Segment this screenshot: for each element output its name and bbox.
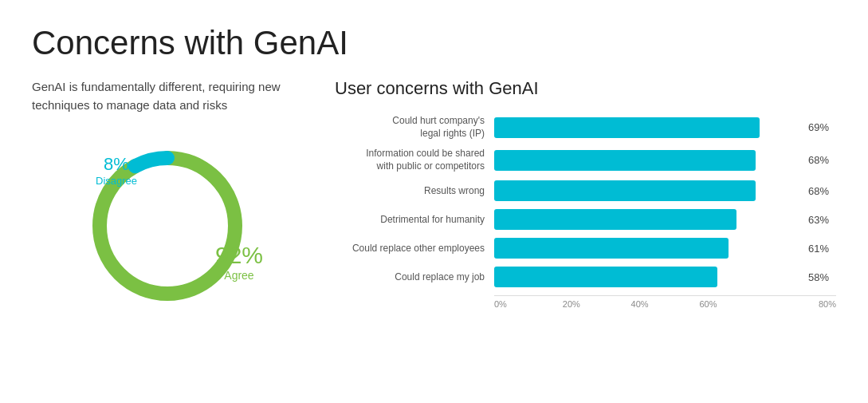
bar-row: Results wrong68%: [335, 180, 836, 201]
bar-label: Detrimental for humanity: [335, 214, 494, 227]
x-axis: 0%20%40%60%80%: [494, 295, 836, 309]
bar-track: [494, 209, 802, 230]
x-tick: 20%: [563, 299, 631, 309]
bar-label: Information could be sharedwith public o…: [335, 148, 494, 172]
bar-chart: Could hurt company'slegal rights (IP)69%…: [335, 115, 836, 309]
bar-pct-label: 61%: [808, 243, 836, 255]
bar-track: [494, 150, 802, 171]
bar-label: Could replace my job: [335, 271, 494, 284]
bar-label: Results wrong: [335, 185, 494, 198]
bar-row: Could hurt company'slegal rights (IP)69%: [335, 115, 836, 140]
bar-track: [494, 267, 802, 287]
bar-fill: [494, 238, 729, 259]
bar-row: Could replace other employees61%: [335, 238, 836, 259]
bar-track: [494, 238, 802, 259]
right-panel: User concerns with GenAI Could hurt comp…: [335, 78, 836, 314]
disagree-label: 8% Disagree: [96, 154, 137, 187]
bar-track: [494, 117, 802, 138]
bar-fill: [494, 150, 756, 171]
bar-row: Information could be sharedwith public o…: [335, 148, 836, 172]
bar-fill: [494, 209, 736, 230]
main-layout: GenAI is fundamentally different, requir…: [32, 78, 836, 314]
bar-fill: [494, 117, 760, 138]
bar-row: Detrimental for humanity63%: [335, 209, 836, 230]
bar-pct-label: 63%: [808, 214, 836, 226]
bar-label: Could hurt company'slegal rights (IP): [335, 115, 494, 140]
bar-row: Could replace my job58%: [335, 267, 836, 287]
left-panel: GenAI is fundamentally different, requir…: [32, 78, 303, 314]
bar-track: [494, 180, 802, 201]
bar-pct-label: 69%: [808, 121, 836, 133]
chart-title: User concerns with GenAI: [335, 78, 836, 99]
x-tick: 40%: [631, 299, 700, 309]
agree-label: 92% Agree: [215, 242, 263, 282]
x-tick: 0%: [494, 299, 563, 309]
x-tick: 80%: [768, 299, 836, 309]
bar-pct-label: 68%: [808, 154, 836, 166]
page-title: Concerns with GenAI: [32, 24, 836, 62]
bar-fill: [494, 180, 756, 201]
left-subtitle: GenAI is fundamentally different, requir…: [32, 78, 303, 114]
bar-pct-label: 68%: [808, 185, 836, 197]
bar-fill: [494, 267, 717, 287]
bar-pct-label: 58%: [808, 271, 836, 283]
x-tick: 60%: [699, 299, 768, 309]
bar-label: Could replace other employees: [335, 243, 494, 255]
donut-chart: 8% Disagree 92% Agree: [80, 138, 255, 314]
